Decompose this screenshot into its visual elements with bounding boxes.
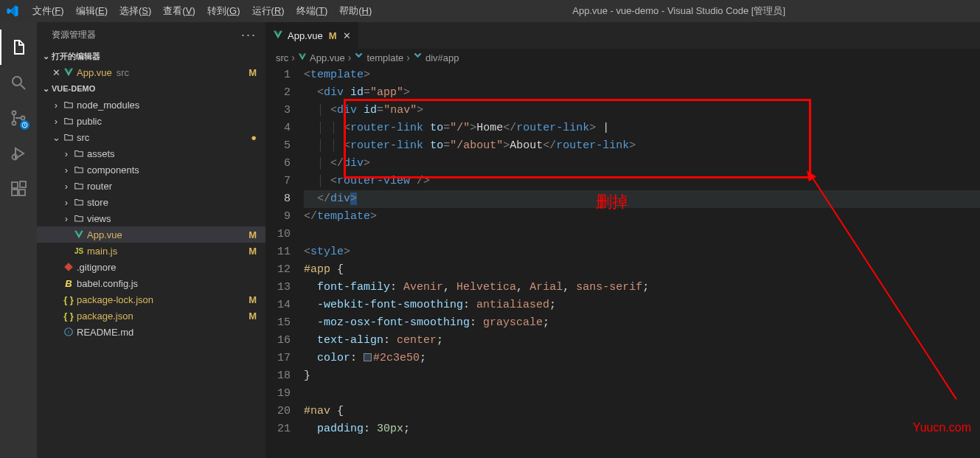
scm-badge-icon [20,120,29,130]
extensions-icon [10,180,27,198]
folder-icon [72,164,86,175]
activity-search[interactable] [0,65,37,100]
close-icon[interactable]: ✕ [343,30,351,41]
tree-item-label: README.md [77,327,133,338]
git-status: M [249,310,257,322]
sidebar: 资源管理器 ··· ⌄ 打开的编辑器 ✕ App.vue src M ⌄ VUE… [37,22,265,458]
chevron-down-icon: ⌄ [40,52,52,61]
chevron-icon: › [60,197,72,208]
color-value: #2c3e50 [373,352,420,364]
folder-icon [62,116,75,126]
chevron-down-icon: ⌄ [40,84,52,94]
open-editor-item[interactable]: ✕ App.vue src M [37,64,265,80]
menu-edit[interactable]: 编辑(E) [70,1,114,21]
tree-item[interactable]: ⌄src● [37,129,265,145]
tree-item[interactable]: ›public [37,113,265,129]
chevron-icon: › [60,181,72,192]
file-tree: ›node_modules›public⌄src●›assets›compone… [37,97,265,340]
search-icon [10,74,27,91]
menu-go[interactable]: 转到(G) [201,1,246,21]
tree-item-label: router [87,181,112,192]
tree-item-label: package.json [77,310,133,322]
menu-terminal[interactable]: 终端(T) [291,1,334,21]
line-numbers: 1234 5678 9101112 13141516 17181920 21 [265,66,304,458]
git-status: M [249,294,257,305]
tree-item[interactable]: Bbabel.config.js [37,275,265,291]
svg-rect-11 [12,190,18,195]
project-section[interactable]: ⌄ VUE-DEMO [37,80,265,97]
breadcrumb-item[interactable]: div#app [413,52,459,63]
tree-item[interactable]: { }package-lock.jsonM [37,291,265,308]
breadcrumb-item[interactable]: src [276,52,288,63]
symbol-icon [354,52,364,63]
tree-item-label: package-lock.json [77,294,153,305]
vue-file-icon [62,67,75,77]
tree-item-label: views [87,213,111,224]
breadcrumb-item[interactable]: App.vue [298,52,345,63]
svg-point-0 [13,77,21,86]
vue-file-icon [273,30,283,42]
activity-extensions[interactable] [0,171,37,207]
watermark: Yuucn.com [913,421,971,434]
js-icon: JS [72,247,86,255]
open-editors-label: 打开的编辑器 [52,51,100,62]
chevron-icon: › [60,164,72,176]
tab-git-status: M [329,30,337,41]
tree-item-label: babel.config.js [77,278,138,289]
tree-item[interactable]: { }package.jsonM [37,308,265,324]
tree-item[interactable]: App.vueM [37,226,265,243]
svg-rect-12 [19,190,25,195]
tree-item[interactable]: ›components [37,162,265,178]
sidebar-header: 资源管理器 ··· [37,22,265,48]
tree-item[interactable]: ›router [37,178,265,194]
tree-item-label: assets [87,148,115,159]
code-editor[interactable]: 1234 5678 9101112 13141516 17181920 21 <… [265,66,980,458]
activity-debug[interactable] [0,136,37,171]
chevron-icon: › [50,100,62,111]
code-content[interactable]: <template> <div id="app"> │ <div id="nav… [304,66,980,458]
title-bar: 文件(F) 编辑(E) 选择(S) 查看(V) 转到(G) 运行(R) 终端(T… [0,0,980,22]
svg-rect-13 [20,181,26,187]
tree-item-label: public [77,116,102,127]
git-status: M [249,246,257,257]
breadcrumbs[interactable]: src › App.vue › template › div#app [265,49,980,66]
tree-item[interactable]: ›assets [37,145,265,162]
breadcrumb-label: div#app [425,52,459,63]
tree-item[interactable]: JSmain.jsM [37,243,265,259]
chevron-right-icon: › [348,52,352,63]
open-editors-section[interactable]: ⌄ 打开的编辑器 [37,48,265,64]
svg-rect-10 [12,182,18,188]
menu-help[interactable]: 帮助(H) [333,1,378,21]
activity-explorer[interactable] [0,30,37,65]
git-status: M [249,67,257,78]
svg-point-3 [13,122,16,125]
menu-selection[interactable]: 选择(S) [114,1,157,21]
menu-file[interactable]: 文件(F) [27,1,70,21]
breadcrumb-item[interactable]: template [354,52,403,63]
folder-icon [72,148,86,159]
json-icon: { } [62,294,75,305]
vscode-logo-icon [6,4,19,18]
chevron-icon: › [60,213,72,224]
open-editor-name: App.vue [77,67,112,78]
folder-icon [72,197,86,207]
folder-icon [62,132,75,142]
tree-item-label: src [77,132,89,143]
breadcrumb-label: App.vue [310,52,345,63]
close-icon[interactable]: ✕ [50,67,62,78]
activity-scm[interactable] [0,100,37,136]
svg-text:i: i [68,329,69,335]
tree-item[interactable]: .gitignore [37,259,265,275]
folder-icon [72,181,86,191]
tree-item[interactable]: iREADME.md [37,324,265,340]
tree-item[interactable]: ›store [37,194,265,210]
menu-view[interactable]: 查看(V) [157,1,201,21]
more-icon[interactable]: ··· [241,27,257,43]
tree-item[interactable]: ›views [37,210,265,226]
sidebar-title: 资源管理器 [52,29,96,41]
editor-area: App.vue M ✕ src › App.vue › template › d… [265,22,980,458]
tree-item[interactable]: ›node_modules [37,97,265,113]
color-swatch[interactable] [364,353,372,361]
tab-app-vue[interactable]: App.vue M ✕ [265,22,359,49]
menu-run[interactable]: 运行(R) [246,1,291,21]
